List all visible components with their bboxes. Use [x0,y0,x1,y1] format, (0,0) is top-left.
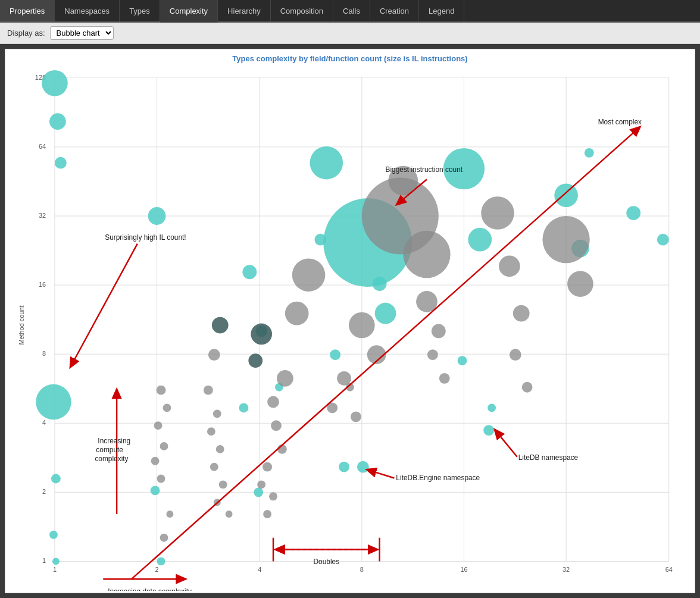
bubble [585,148,594,158]
y-label-1: 1 [42,557,46,564]
bubble [162,403,171,412]
bubble [269,492,277,500]
bubble [403,231,450,278]
doubles-label: Doubles [313,558,339,566]
bubble [351,411,361,422]
bubble [554,183,578,207]
y-label-32: 32 [39,212,46,219]
bubble [157,386,166,395]
bubble [510,349,521,361]
bubble [499,255,520,277]
y-label-4: 4 [42,419,46,426]
x-label-16: 16 [460,566,467,573]
tab-composition[interactable]: Composition [271,0,333,21]
bubble [213,409,221,418]
bubble [207,427,215,436]
tab-calls[interactable]: Calls [333,0,370,21]
increasing-compute-label2: compute [96,446,123,454]
tab-namespaces[interactable]: Namespaces [55,0,120,21]
display-label: Display as: [7,29,45,37]
bubble [626,206,640,220]
y-label-16: 16 [39,281,46,288]
bubble [375,303,396,324]
surprisingly-high-label: Surprisingly high IL count! [105,233,186,242]
litedb-namespace-bubble [483,425,494,436]
bubble [271,420,282,431]
bubble [151,457,160,465]
bubble [216,445,224,453]
bubble [166,511,173,518]
svg-line-23 [368,470,395,478]
increasing-compute-label3: complexity [95,455,128,463]
bubble [488,403,496,412]
bubble [254,487,263,497]
tab-properties[interactable]: Properties [0,0,55,21]
bubble [248,353,262,368]
tab-hierarchy[interactable]: Hierarchy [218,0,271,21]
bubble [36,384,71,420]
x-label-8: 8 [360,566,364,573]
svg-line-20 [71,244,138,367]
bubble [49,113,66,130]
bubble [204,386,213,395]
bubble [151,486,160,495]
chart-title-text: Types complexity by field/function count… [232,54,467,63]
x-label-2: 2 [155,566,159,573]
bubble [226,511,233,518]
bubble [542,216,589,263]
tab-legend[interactable]: Legend [419,0,464,21]
bubble [263,510,271,518]
chart-title-bold: IL instructions [412,54,465,63]
bubble [160,534,168,542]
bubble [239,403,248,413]
most-complex-label: Most complex [598,118,642,126]
x-label-4: 4 [258,566,261,573]
bubble [49,531,58,539]
bubble [657,234,669,246]
bubble [513,305,530,322]
bubble [481,196,514,230]
bubble [339,462,349,472]
y-label-64: 64 [39,143,46,150]
bubble [262,462,272,472]
bubble [42,70,68,96]
svg-line-24 [495,430,517,457]
bubble [349,312,375,339]
bubble [310,146,343,180]
bubble [292,258,326,292]
bubble [157,557,165,565]
bubble [242,265,257,279]
x-label-64: 64 [665,566,673,573]
bubble-chart: 128 64 32 16 8 4 2 1 1 2 4 8 16 32 64 Me… [5,65,695,591]
bubble [330,349,340,360]
bubble [251,324,272,345]
bubble [219,480,227,489]
chart-container: Types complexity by field/function count… [5,49,695,593]
bubble [458,356,467,365]
increasing-compute-label: Increasing [98,437,130,445]
chart-type-select[interactable]: Bubble chart [50,26,114,40]
bubble [427,349,438,360]
bubble [567,271,593,297]
bubble [148,207,166,225]
bubble [373,277,387,291]
toolbar: Display as: Bubble chart [0,23,700,44]
bubble [208,349,220,361]
bubble [468,228,492,252]
bubble [55,157,67,169]
tab-creation[interactable]: Creation [370,0,419,21]
tab-bar: Properties Namespaces Types Complexity H… [0,0,700,23]
biggest-instruction-label: Biggest instruction count [386,165,463,174]
bubble [267,396,279,408]
tab-complexity[interactable]: Complexity [160,0,218,23]
litedb-engine-bubble [357,461,369,473]
bubble [157,475,165,483]
bubble [160,442,168,450]
y-axis-title: Method count [18,305,25,345]
chart-title: Types complexity by field/function count… [5,49,695,65]
bubble [52,558,60,565]
litedb-engine-label: LiteDB.Engine namespace [396,474,480,482]
bubble [257,480,265,489]
y-label-8: 8 [42,350,46,357]
tab-types[interactable]: Types [120,0,160,21]
